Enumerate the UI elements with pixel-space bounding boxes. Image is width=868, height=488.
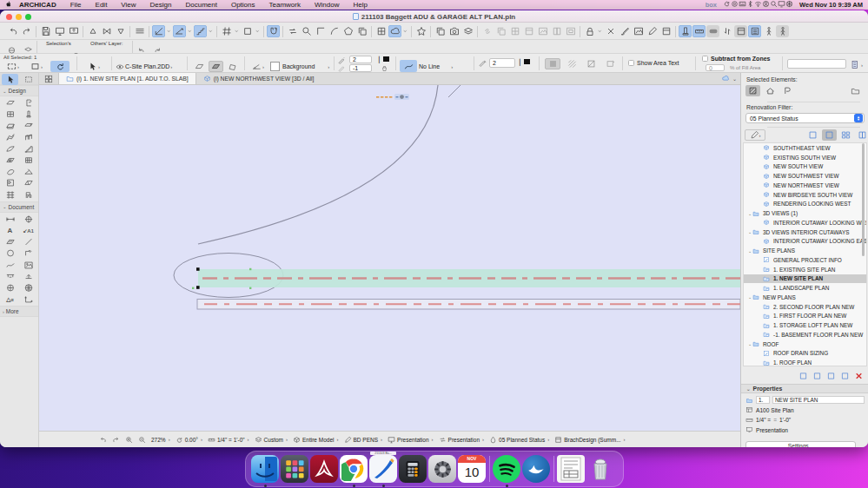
dock-archicad-icon[interactable]: 211103 Ba... xyxy=(368,452,398,486)
status-presentation-control[interactable]: Presentation› xyxy=(385,436,436,444)
chevron-down-icon[interactable] xyxy=(255,25,261,37)
search-toolbar-button[interactable] xyxy=(300,25,313,37)
close-x-icon[interactable] xyxy=(854,368,864,384)
tree-item[interactable]: SOUTHTHEAST VIEW xyxy=(744,143,866,153)
text-tool[interactable]: A xyxy=(1,225,19,236)
tree-item[interactable]: ⌄3D VIEWS INTERIOR CUTAWAYS xyxy=(744,228,866,237)
chevron-down-icon[interactable] xyxy=(187,25,193,37)
roof-icon[interactable] xyxy=(763,85,778,96)
pen-color-a[interactable]: ▏ xyxy=(379,56,389,63)
tree-item[interactable]: INTERIOR CUTAWAY LOOKING EAST xyxy=(744,237,866,247)
add-view-icon[interactable] xyxy=(812,368,822,384)
menu-item-archicad[interactable]: ARCHICAD xyxy=(12,1,63,9)
arrow-tool-button[interactable]: › xyxy=(81,61,107,72)
dock-spotify-icon[interactable] xyxy=(492,452,521,486)
id-field[interactable] xyxy=(787,59,846,69)
tree-item[interactable]: NEW NORTHWEST VIEW xyxy=(744,181,866,190)
chevron-down-icon[interactable] xyxy=(597,25,603,37)
label-tool[interactable]: ↙A1 xyxy=(19,225,37,236)
fill-pattern-button[interactable] xyxy=(209,61,223,72)
panel-toolbar-button[interactable] xyxy=(734,25,747,37)
publish-toolbar-button[interactable] xyxy=(67,25,80,37)
dock-acrobat-icon[interactable] xyxy=(309,452,339,486)
tree-item[interactable]: 1. STORAGE LOFT PLAN NEW xyxy=(744,320,866,330)
fill-plain-button[interactable] xyxy=(192,61,207,72)
layer-selector[interactable]: C-Site Plan.2DD› xyxy=(116,61,172,72)
morph-tool[interactable] xyxy=(1,166,19,177)
background-selector[interactable]: Background› xyxy=(282,61,329,72)
walk-toolbar-button[interactable] xyxy=(776,25,789,37)
status-redo-control[interactable] xyxy=(109,436,123,444)
tree-item[interactable]: 1. LANDSCAPE PLAN xyxy=(744,283,866,293)
capsule-toolbar-button[interactable] xyxy=(706,25,719,37)
tree-item-selected[interactable]: 1. NEW SITE PLAN xyxy=(744,274,866,284)
pentagon-toolbar-button[interactable] xyxy=(341,25,354,37)
dock-trash-icon[interactable] xyxy=(586,452,615,486)
tree-item[interactable]: 1. FIRST FLOOR PLAN NEW xyxy=(744,312,866,321)
line-type-selector[interactable]: No Line› xyxy=(419,61,453,72)
fill-tool[interactable] xyxy=(1,236,19,247)
user-icon[interactable] xyxy=(762,0,770,8)
roof-tool[interactable] xyxy=(1,132,19,143)
wifi-icon[interactable] xyxy=(754,0,762,8)
properties-header[interactable]: ⌄Properties xyxy=(741,384,868,393)
view-name-field[interactable]: NEW SITE PLAN xyxy=(772,396,865,404)
wall-tool[interactable] xyxy=(1,97,19,109)
brush-toolbar-button[interactable] xyxy=(618,25,631,37)
tree-item[interactable]: RENDERING LOOKING WEST xyxy=(744,200,866,209)
chevron-down-icon[interactable] xyxy=(402,25,408,37)
chevron-down-icon[interactable] xyxy=(166,25,172,37)
tree-item[interactable]: NEW SOUTH VIEW xyxy=(744,162,866,172)
record-icon[interactable] xyxy=(731,0,739,8)
status-zoomin-control[interactable] xyxy=(123,436,136,444)
contour-line-button[interactable] xyxy=(400,60,417,72)
apple-menu-icon[interactable] xyxy=(5,1,12,9)
slab-tool[interactable] xyxy=(1,120,19,131)
menu-item-help[interactable]: Help xyxy=(346,1,374,9)
star-toolbar-button[interactable] xyxy=(414,25,427,37)
hatch-toolbar-button[interactable] xyxy=(133,25,146,37)
menu-item-teamwork[interactable]: Teamwork xyxy=(262,1,308,9)
menu-item-design[interactable]: Design xyxy=(143,1,179,9)
shell-tool[interactable] xyxy=(1,143,19,155)
id-manager-button[interactable]: › xyxy=(849,59,865,70)
view-id-field[interactable]: 1. xyxy=(756,396,770,404)
copy-view-icon[interactable] xyxy=(798,368,808,384)
fill-angle-button[interactable]: › xyxy=(248,61,268,72)
tree-item[interactable]: ⌄SITE PLANS xyxy=(744,246,866,255)
copy-toolbar-button[interactable] xyxy=(355,25,368,37)
tree-item[interactable]: ⌄3D VIEWS (1) xyxy=(744,208,866,218)
tree-item[interactable]: GENERAL PROJECT INFO xyxy=(744,255,866,265)
marquee-tool[interactable] xyxy=(20,74,36,85)
status-05-planned-status-control[interactable]: 05 Planned Status› xyxy=(487,436,552,444)
tri-up-toolbar-button[interactable] xyxy=(86,25,99,37)
status-presentation-control[interactable]: Presentation› xyxy=(436,436,487,444)
book-icon[interactable] xyxy=(855,129,868,141)
monitor-toolbar-button[interactable] xyxy=(53,25,66,37)
view-settings-button[interactable]: Settings... xyxy=(745,441,856,447)
tab-1[interactable]: (i) 1. NEW SITE PLAN [1. ADU T.O. SLAB] xyxy=(58,73,196,84)
send-folder-icon[interactable] xyxy=(840,368,850,384)
gridplus-toolbar-button[interactable] xyxy=(508,25,521,37)
tree-item[interactable]: ROOF DRAIN SIZING xyxy=(744,349,866,359)
fill-tilted-button[interactable] xyxy=(225,61,240,72)
cloud-toolbar-button[interactable] xyxy=(388,25,401,37)
status-brachdesign-summ--control[interactable]: BrachDesign (Summ...› xyxy=(552,436,627,444)
dimension-tool[interactable] xyxy=(1,214,19,225)
project-chooser-button[interactable]: › xyxy=(745,129,765,141)
open-view-icon[interactable] xyxy=(826,368,836,384)
dock-calendar-icon[interactable]: NOV10 xyxy=(457,452,487,486)
chevron-down-icon[interactable] xyxy=(208,25,214,37)
subtract-from-zones-checkbox[interactable]: Subtract from Zones xyxy=(702,56,770,62)
corner-toolbar-button[interactable] xyxy=(314,25,327,37)
bluetooth-icon[interactable] xyxy=(746,0,754,8)
tree-item[interactable]: INTERIOR CUTAWAY LOOKING WEST xyxy=(744,218,866,228)
pen-color-c[interactable]: ▏ xyxy=(520,59,530,66)
status-undo-control[interactable] xyxy=(96,436,109,444)
renovation-filter-dropdown[interactable]: 05 Planned Status ▲▼ xyxy=(745,113,865,123)
spotlight-icon[interactable] xyxy=(770,0,778,8)
figure-tool[interactable] xyxy=(19,259,37,270)
book-toolbar-button[interactable] xyxy=(550,25,563,37)
lock-toolbar-button[interactable] xyxy=(583,25,596,37)
pen-toolbar-button[interactable] xyxy=(646,25,659,37)
